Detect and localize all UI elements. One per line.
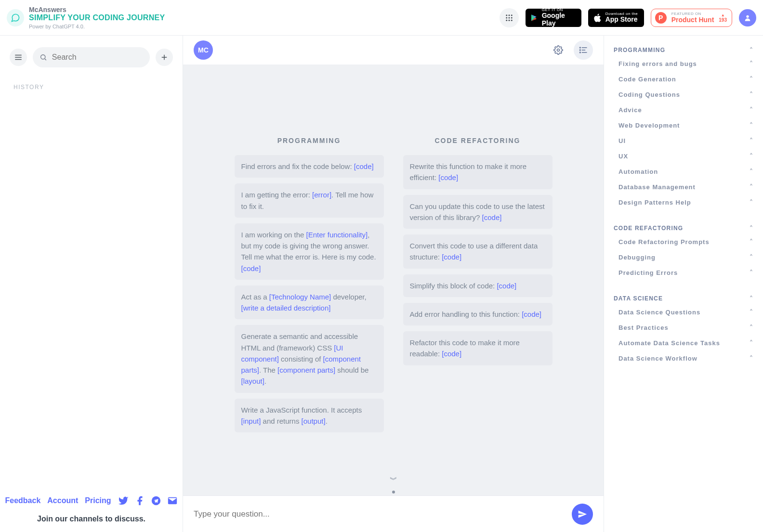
history-label: HISTORY [0, 73, 183, 91]
chevron-up-icon: ˄ [750, 106, 753, 114]
app-subtitle: SIMPLIFY YOUR CODING JOURNEY [29, 13, 165, 22]
rp-item[interactable]: Code Generation˄ [614, 71, 753, 87]
rp-item-label: Code Refactoring Prompts [618, 238, 710, 246]
prompt-card[interactable]: I am working on the [Enter functionality… [235, 223, 384, 280]
feedback-link[interactable]: Feedback [5, 496, 40, 505]
chevron-up-icon: ˄ [750, 224, 753, 232]
svg-point-18 [557, 49, 560, 52]
pricing-link[interactable]: Pricing [85, 496, 111, 505]
question-input[interactable] [194, 504, 564, 525]
account-link[interactable]: Account [47, 496, 78, 505]
rp-item-label: Database Management [618, 183, 696, 191]
menu-button[interactable] [10, 49, 27, 66]
list-icon [579, 45, 588, 55]
prompt-column-title: PROGRAMMING [235, 137, 384, 144]
app-store-badge[interactable]: Download on the App Store [588, 9, 644, 27]
search-field-wrap[interactable] [33, 47, 150, 67]
prompt-card[interactable]: Generate a semantic and accessible HTML … [235, 325, 384, 392]
rp-item-label: Web Development [618, 122, 680, 129]
rp-section-title[interactable]: PROGRAMMING˄ [614, 40, 753, 56]
header-right: GET IT ON Google Play Download on the Ap… [500, 8, 756, 27]
facebook-icon[interactable] [134, 495, 145, 506]
rp-item[interactable]: Web Development˄ [614, 117, 753, 133]
apps-grid-button[interactable] [500, 8, 519, 27]
rp-section-title[interactable]: DATA SCIENCE˄ [614, 289, 753, 304]
rp-item[interactable]: Coding Questions˄ [614, 87, 753, 102]
rp-item-label: Advice [618, 106, 642, 114]
chat-header: MC [183, 36, 604, 65]
settings-button[interactable] [549, 40, 568, 60]
prompt-token: [code] [442, 253, 461, 261]
rp-section-title[interactable]: CODE REFACTORING˄ [614, 219, 753, 234]
search-input[interactable] [52, 53, 143, 62]
rp-item-label: Code Generation [618, 76, 676, 83]
prompt-text: and returns [261, 417, 301, 425]
chat-center: MC PROGRAMMINGFind errors and fix the co… [183, 36, 604, 532]
prompt-card[interactable]: Convert this code to use a different dat… [403, 234, 553, 269]
svg-point-23 [580, 50, 581, 51]
rp-item[interactable]: Debugging˄ [614, 249, 753, 265]
prompt-text: I am getting the error: [241, 191, 313, 199]
app-store-big: App Store [605, 16, 638, 23]
telegram-icon[interactable] [151, 495, 161, 506]
rp-item[interactable]: UI˄ [614, 133, 753, 148]
menu-icon [14, 53, 23, 62]
product-hunt-icon: P [655, 12, 667, 24]
google-play-big: Google Play [542, 12, 577, 27]
prompt-column: PROGRAMMINGFind errors and fix the code … [235, 137, 384, 438]
rp-item[interactable]: Fixing errors and bugs˄ [614, 56, 753, 71]
rp-item[interactable]: Database Management˄ [614, 179, 753, 195]
prompt-card[interactable]: Find errors and fix the code below: [cod… [235, 155, 384, 178]
prompts-panel-button[interactable] [574, 40, 593, 60]
rp-item[interactable]: Predicting Errors˄ [614, 265, 753, 280]
prompt-card[interactable]: Add error handling to this function: [co… [403, 303, 553, 325]
rp-item[interactable]: Advice˄ [614, 102, 753, 117]
product-hunt-badge[interactable]: P FEATURED ON Product Hunt ▲ 193 [651, 9, 732, 27]
prompt-token: [write a detailed description] [241, 304, 331, 312]
product-hunt-small: FEATURED ON [671, 12, 714, 16]
logo-group[interactable]: McAnswers SIMPLIFY YOUR CODING JOURNEY P… [7, 6, 165, 29]
left-sidebar: HISTORY Feedback Account Pricing Join ou… [0, 36, 183, 532]
prompt-card[interactable]: Act as a [Technology Name] developer, [w… [235, 285, 384, 320]
google-play-badge[interactable]: GET IT ON Google Play [526, 9, 581, 27]
prompt-card[interactable]: Refactor this code to make it more reada… [403, 331, 553, 365]
plus-icon [160, 53, 169, 62]
prompt-token: [code] [482, 213, 502, 221]
avatar[interactable]: MC [194, 40, 213, 60]
rp-item[interactable]: Automation˄ [614, 164, 753, 179]
prompt-text: Add error handling to this function: [410, 310, 522, 318]
svg-point-13 [41, 55, 45, 59]
twitter-icon[interactable] [118, 495, 129, 506]
rp-item[interactable]: Automate Data Science Tasks˄ [614, 335, 753, 350]
chevron-up-icon: ˄ [750, 168, 753, 175]
rp-item[interactable]: UX˄ [614, 148, 753, 164]
rp-item[interactable]: Data Science Questions˄ [614, 304, 753, 320]
gear-icon [553, 45, 563, 55]
prompt-card[interactable]: I am getting the error: [error]. Tell me… [235, 183, 384, 218]
chat-input-bar [183, 495, 604, 532]
grid-icon [505, 13, 513, 22]
rp-item[interactable]: Best Practices˄ [614, 320, 753, 335]
rp-item-label: Data Science Questions [618, 309, 700, 316]
prompt-text: Simplify this block of code: [410, 282, 497, 290]
prompt-card[interactable]: Can you update this code to use the late… [403, 195, 553, 229]
email-icon[interactable] [167, 495, 178, 506]
user-menu-button[interactable] [739, 9, 756, 26]
apple-icon [593, 13, 602, 23]
rp-section-title-text: PROGRAMMING [614, 47, 665, 53]
rp-item[interactable]: Design Patterns Help˄ [614, 195, 753, 210]
send-button[interactable] [572, 504, 593, 525]
rp-item[interactable]: Data Science Workflow˄ [614, 350, 753, 366]
chevron-up-icon: ˄ [750, 354, 753, 362]
scroll-hint[interactable]: ︾ [183, 476, 604, 495]
chevron-up-icon: ˄ [750, 121, 753, 129]
prompt-card[interactable]: Simplify this block of code: [code] [403, 274, 553, 297]
rp-item-label: Data Science Workflow [618, 355, 697, 362]
prompt-card[interactable]: Write a JavaScript function. It accepts … [235, 399, 384, 433]
rp-item[interactable]: Code Refactoring Prompts˄ [614, 234, 753, 249]
prompt-card[interactable]: Rewrite this function to make it more ef… [403, 155, 553, 189]
rp-item-label: Best Practices [618, 324, 669, 331]
send-icon [578, 509, 587, 519]
new-chat-button[interactable] [156, 49, 173, 66]
chevron-up-icon: ˄ [750, 269, 753, 276]
